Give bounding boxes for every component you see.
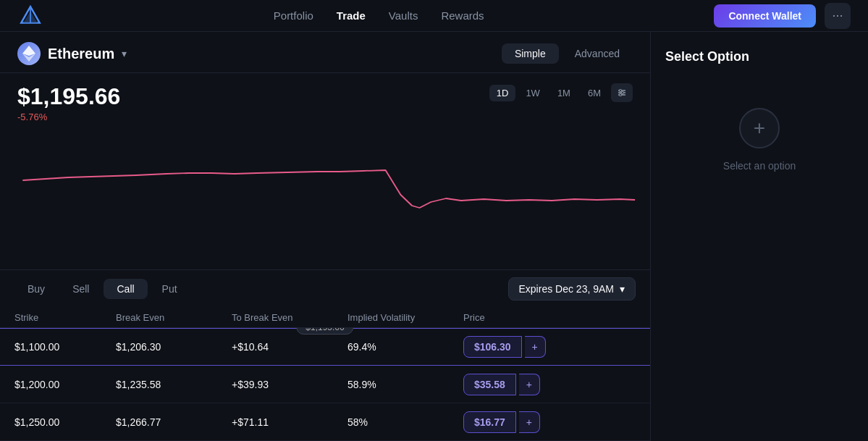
- price-chart: [0, 122, 650, 217]
- time-tab-1m[interactable]: 1M: [550, 85, 578, 101]
- cell-price-1: $35.58 +: [463, 374, 636, 395]
- main-layout: Ethereum ▾ Simple Advanced $1,195.66 -5.…: [0, 32, 868, 441]
- asset-identity: Ethereum ▾: [17, 42, 127, 65]
- tab-buy[interactable]: Buy: [14, 279, 58, 299]
- tab-call[interactable]: Call: [104, 279, 147, 299]
- tab-put[interactable]: Put: [149, 279, 190, 299]
- nav-right: Connect Wallet ···: [714, 3, 851, 29]
- nav-vaults[interactable]: Vaults: [389, 9, 418, 22]
- price-info: $1,195.66 -5.76%: [17, 83, 120, 122]
- options-controls: Buy Sell Call Put Expires Dec 23, 9AM ▾: [0, 270, 650, 308]
- table-row: $1,195.66 $1,100.00 $1,206.30 +$10.64 69…: [0, 328, 650, 366]
- cell-implied-vol-1: 58.9%: [347, 379, 463, 390]
- col-break-even: Break Even: [116, 312, 232, 323]
- price-section: $1,195.66 -5.76% 1D 1W 1M 6M: [0, 73, 650, 122]
- nav-links: Portfolio Trade Vaults Rewards: [274, 9, 484, 22]
- cell-break-even-1: $1,235.58: [116, 379, 232, 390]
- nav-rewards[interactable]: Rewards: [441, 9, 484, 22]
- col-price: Price: [463, 312, 636, 323]
- chart-area: [0, 122, 650, 269]
- cell-strike-1: $1,200.00: [14, 379, 116, 390]
- cell-implied-vol-0: 69.4%: [347, 341, 463, 353]
- nav-trade[interactable]: Trade: [337, 9, 366, 22]
- price-main: $1,195.66: [17, 83, 120, 110]
- add-option-button[interactable]: +: [739, 108, 780, 148]
- col-strike: Strike: [14, 312, 116, 323]
- price-plus-button-2[interactable]: +: [519, 411, 540, 433]
- more-button[interactable]: ···: [825, 3, 851, 29]
- select-option-title: Select Option: [665, 49, 749, 64]
- cell-implied-vol-2: 58%: [347, 416, 463, 428]
- table-header: Strike Break Even To Break Even Implied …: [0, 308, 650, 328]
- cell-to-break-even-0: +$10.64: [232, 341, 347, 353]
- cell-price-0: $106.30 +: [463, 336, 636, 358]
- chart-settings-button[interactable]: [611, 83, 633, 102]
- svg-point-10: [620, 94, 622, 96]
- connect-wallet-button[interactable]: Connect Wallet: [714, 4, 816, 28]
- svg-point-8: [620, 90, 622, 92]
- table-row: $1,200.00 $1,235.58 +$39.93 58.9% $35.58…: [0, 366, 650, 403]
- price-plus-button-1[interactable]: +: [519, 374, 540, 395]
- tab-sell[interactable]: Sell: [59, 279, 102, 299]
- asset-name: Ethereum: [48, 46, 114, 62]
- right-panel: Select Option + Select an option: [651, 32, 868, 441]
- price-change: -5.76%: [17, 112, 120, 122]
- price-value-button-0[interactable]: $106.30: [463, 336, 522, 358]
- topnav: Portfolio Trade Vaults Rewards Connect W…: [0, 0, 868, 32]
- svg-marker-3: [22, 46, 35, 56]
- cell-break-even-0: $1,206.30: [116, 341, 232, 353]
- asset-chevron-icon[interactable]: ▾: [122, 48, 127, 59]
- tab-advanced[interactable]: Advanced: [562, 43, 633, 64]
- cell-strike-2: $1,250.00: [14, 416, 116, 428]
- options-area: Buy Sell Call Put Expires Dec 23, 9AM ▾ …: [0, 269, 650, 441]
- time-tab-6m[interactable]: 6M: [581, 85, 608, 101]
- tab-simple[interactable]: Simple: [502, 43, 559, 64]
- cell-price-2: $16.77 +: [463, 411, 636, 433]
- table-body: $1,195.66 $1,100.00 $1,206.30 +$10.64 69…: [0, 328, 650, 441]
- select-option-hint: Select an option: [723, 160, 796, 172]
- asset-header: Ethereum ▾ Simple Advanced: [0, 32, 650, 73]
- eth-icon: [17, 42, 41, 65]
- price-value-button-1[interactable]: $35.58: [463, 374, 516, 395]
- left-panel: Ethereum ▾ Simple Advanced $1,195.66 -5.…: [0, 32, 651, 441]
- view-tabs: Simple Advanced: [502, 43, 633, 64]
- expires-chevron-icon: ▾: [620, 283, 625, 295]
- table-row: $1,250.00 $1,266.77 +$71.11 58% $16.77 +: [0, 403, 650, 441]
- cell-strike-0: $1,100.00: [14, 341, 116, 353]
- logo: [17, 3, 43, 29]
- cell-to-break-even-1: +$39.93: [232, 379, 347, 390]
- svg-point-9: [622, 92, 624, 94]
- time-tab-1d[interactable]: 1D: [489, 85, 516, 101]
- col-to-break-even: To Break Even: [232, 312, 347, 323]
- expires-label: Expires Dec 23, 9AM: [519, 283, 615, 295]
- cell-break-even-2: $1,266.77: [116, 416, 232, 428]
- col-implied-vol: Implied Volatility: [347, 312, 463, 323]
- price-value-button-2[interactable]: $16.77: [463, 411, 516, 433]
- nav-portfolio[interactable]: Portfolio: [274, 9, 313, 22]
- current-price-badge: $1,195.66: [296, 328, 353, 335]
- time-tabs: 1D 1W 1M 6M: [489, 83, 633, 102]
- option-type-tabs: Buy Sell Call Put: [14, 279, 190, 299]
- expires-dropdown[interactable]: Expires Dec 23, 9AM ▾: [508, 277, 636, 301]
- price-plus-button-0[interactable]: +: [525, 336, 546, 358]
- time-tab-1w[interactable]: 1W: [518, 85, 547, 101]
- cell-to-break-even-2: +$71.11: [232, 416, 347, 428]
